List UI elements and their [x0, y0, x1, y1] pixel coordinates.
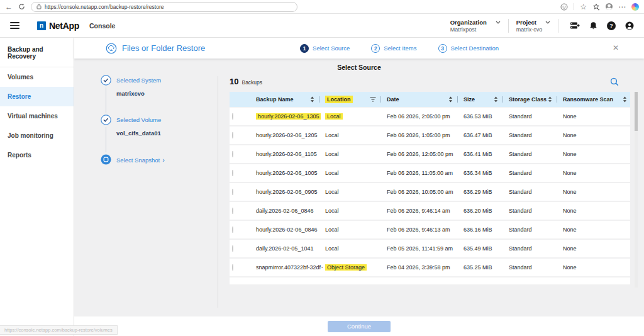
backup-table-row[interactable]: hourly.2026-02-06_0905 Local Feb 06 2026… — [230, 183, 630, 201]
project-selector[interactable]: Project matrix-cvo — [516, 19, 550, 33]
check-circle-icon — [101, 75, 111, 86]
sidebar-item-virtual-machines[interactable]: Virtual machines — [0, 106, 74, 126]
backup-radio-button[interactable] — [232, 132, 233, 138]
backup-radio-button[interactable] — [232, 113, 233, 120]
wizard-step-select-source[interactable]: 1 Select Source — [300, 44, 350, 53]
stepper-connector — [101, 125, 111, 154]
column-header-size[interactable]: Size — [461, 92, 506, 107]
location-cell: Local — [323, 132, 384, 138]
site-info-lock-icon[interactable] — [36, 4, 42, 9]
backups-table-area: 10 Backups Backup Name Location — [218, 72, 644, 316]
wizard-step-select-destination[interactable]: 3 Select Destination — [438, 44, 499, 53]
column-header-ransomware-scan[interactable]: Ransomware Scan — [560, 92, 630, 107]
help-icon[interactable]: ? — [607, 21, 616, 30]
storage-class-cell: Standard — [506, 132, 560, 138]
backup-radio-button[interactable] — [232, 208, 233, 214]
column-separator — [502, 96, 503, 103]
backup-radio-button[interactable] — [232, 264, 233, 271]
collections-icon[interactable] — [592, 3, 600, 11]
backup-table-row[interactable]: hourly.2026-02-06_1205 Local Feb 06 2026… — [230, 126, 630, 144]
continue-button[interactable]: Continue — [328, 321, 391, 332]
backup-table-row[interactable]: daily.2026-02-06_0846 Local Feb 06 2026,… — [230, 202, 630, 220]
step-label: Select Source — [313, 45, 350, 52]
sort-icon[interactable] — [448, 96, 453, 103]
storage-class-cell: Standard — [506, 189, 560, 195]
ransomware-scan-cell: None — [560, 245, 630, 252]
column-header-storage-class[interactable]: Storage Class — [506, 92, 560, 107]
backup-table-row[interactable]: hourly.2026-02-06_1105 Local Feb 06 2026… — [230, 145, 630, 163]
close-icon[interactable]: ✕ — [613, 43, 619, 52]
location-cell: Local — [323, 208, 384, 214]
storage-class-cell: Standard — [506, 151, 560, 157]
size-cell: 635.49 MiB — [461, 245, 506, 252]
date-cell: Feb 06 2026, 9:46:13 am — [384, 227, 461, 233]
notifications-bell-icon[interactable] — [589, 21, 597, 30]
account-icon[interactable] — [625, 21, 634, 30]
sort-icon[interactable] — [623, 96, 627, 103]
location-cell: Local — [323, 113, 384, 120]
scrollbar-thumb[interactable] — [635, 92, 638, 131]
backup-radio-button[interactable] — [232, 245, 233, 252]
sidebar-title: Backup and Recovery — [0, 40, 74, 67]
netapp-logo-mark: n — [37, 21, 46, 30]
backup-radio-button[interactable] — [232, 189, 233, 195]
backup-table-row[interactable]: daily.2026-02-05_1041 Local Feb 05 2026,… — [230, 240, 630, 257]
stepper-connector — [101, 86, 111, 115]
product-name: Console — [89, 22, 115, 30]
step-number-badge: 3 — [438, 44, 447, 53]
backup-table-row[interactable]: hourly.2026-02-06_1005 Local Feb 06 2026… — [230, 164, 630, 182]
backup-name-cell: daily.2026-02-06_0846 — [253, 208, 323, 214]
browser-reload-icon[interactable] — [18, 3, 25, 10]
project-value: matrix-cvo — [516, 26, 550, 33]
size-cell: 636.34 MiB — [461, 170, 506, 176]
date-cell: Feb 06 2026, 9:46:14 am — [384, 208, 461, 214]
sidebar-item-reports[interactable]: Reports — [0, 145, 74, 165]
ransomware-scan-cell: None — [560, 208, 630, 214]
filter-icon[interactable] — [370, 97, 376, 102]
connector-icon[interactable] — [570, 21, 580, 30]
sort-icon[interactable] — [548, 96, 552, 103]
sidebar-item-job-monitoring[interactable]: Job monitoring — [0, 126, 74, 145]
backup-radio-button[interactable] — [232, 227, 233, 233]
sort-icon[interactable] — [310, 96, 314, 103]
sidebar-item-volumes[interactable]: Volumes — [0, 67, 74, 87]
favorites-star-icon[interactable]: ☆ — [580, 3, 587, 11]
column-separator — [319, 96, 319, 103]
storage-class-cell: Standard — [506, 170, 560, 176]
date-cell: Feb 06 2026, 10:05:00 am — [384, 189, 461, 195]
backup-radio-button[interactable] — [232, 151, 233, 157]
copilot-icon[interactable] — [631, 3, 639, 11]
browser-profile-avatar[interactable] — [606, 3, 613, 10]
column-header-backup-name[interactable]: Backup Name — [253, 92, 323, 107]
table-scrollbar[interactable] — [635, 92, 638, 288]
table-top-bar: 10 Backups — [230, 77, 634, 86]
progress-select-snapshot[interactable]: Select Snapshot› — [101, 154, 218, 165]
snapshot-step-icon — [101, 154, 111, 165]
ransomware-scan-cell: None — [560, 132, 630, 138]
size-cell: 636.53 MiB — [461, 113, 506, 120]
progress-selected-volume: Selected Volume vol_cifs_data01 — [101, 115, 218, 154]
browser-menu-icon[interactable]: ⋯ — [618, 3, 626, 11]
browser-actions: ☆ ⋯ — [560, 3, 639, 11]
column-header-date[interactable]: Date — [384, 92, 461, 107]
organization-selector[interactable]: Organization Matrixpost — [450, 19, 501, 33]
storage-class-cell: Standard — [506, 227, 560, 233]
wizard-step-select-items[interactable]: 2 Select Items — [371, 44, 416, 53]
check-circle-icon — [101, 115, 111, 125]
size-cell: 636.41 MiB — [461, 151, 506, 157]
backup-table-row[interactable]: hourly.2026-02-06_0846 Local Feb 06 2026… — [230, 221, 630, 238]
browser-back-icon[interactable]: ← — [5, 3, 13, 11]
menu-hamburger-icon[interactable] — [10, 22, 19, 29]
ransomware-scan-cell: None — [560, 170, 630, 176]
sort-icon[interactable] — [494, 96, 498, 103]
column-header-location[interactable]: Location — [323, 92, 384, 107]
backup-table-row[interactable]: hourly.2026-02-06_1305 Local Feb 06 2026… — [230, 108, 630, 125]
address-bar[interactable]: https://console.netapp.com/backup-restor… — [31, 2, 297, 12]
search-icon[interactable] — [610, 77, 619, 86]
step-label: Select Items — [384, 45, 416, 52]
backup-table-row[interactable]: snapmirror.407322bf-32df~ Object Storage… — [230, 259, 630, 276]
organization-label: Organization — [450, 19, 487, 26]
sidebar-item-restore[interactable]: Restore — [0, 87, 74, 106]
backup-radio-button[interactable] — [232, 170, 233, 176]
reading-mode-icon[interactable] — [560, 3, 568, 11]
